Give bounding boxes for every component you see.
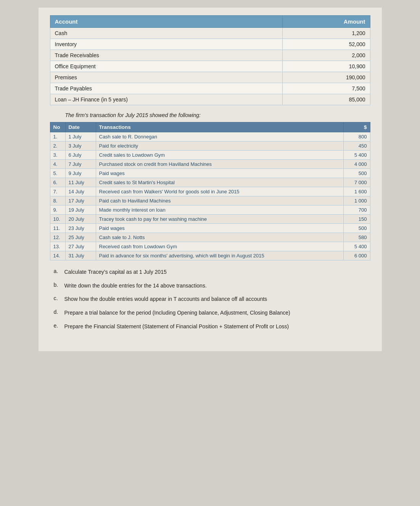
transaction-cell: Paid wages (96, 169, 343, 178)
no-cell: 2. (50, 141, 65, 151)
date-cell: 3 July (65, 141, 96, 151)
no-cell: 12. (50, 233, 65, 242)
no-cell: 14. (50, 251, 65, 260)
no-header: No (50, 122, 65, 132)
date-cell: 14 July (65, 187, 96, 196)
intro-text: The firm’s transaction for July 2015 sho… (65, 112, 359, 118)
transaction-cell: Paid wages (96, 224, 343, 233)
table-row: Inventory 52,000 (50, 39, 370, 50)
account-header: Account (50, 16, 282, 28)
no-cell: 8. (50, 196, 65, 206)
amount-header-trans: $ (343, 122, 370, 132)
transaction-cell: Paid cash to Havilland Machines (96, 196, 343, 206)
transactions-header: Transactions (96, 122, 343, 132)
question-label: e. (54, 323, 61, 329)
amount-cell: 190,000 (282, 72, 370, 83)
transaction-cell: Cash sale to J. Notts (96, 233, 343, 242)
no-cell: 3. (50, 151, 65, 160)
questions-section: a. Calculate Tracey’s capital as at 1 Ju… (50, 268, 370, 331)
date-cell: 17 July (65, 196, 96, 206)
date-cell: 23 July (65, 224, 96, 233)
no-cell: 5. (50, 169, 65, 178)
date-cell: 11 July (65, 178, 96, 187)
amount-cell: 500 (343, 224, 370, 233)
question-text: Prepare a trial balance for the period (… (64, 309, 290, 317)
table-row: 2. 3 July Paid for electricity 450 (50, 141, 370, 151)
transaction-cell: Purchased stock on credit from Havilland… (96, 160, 343, 169)
transaction-cell: Paid for electricity (96, 141, 343, 151)
no-cell: 4. (50, 160, 65, 169)
question-item: e. Prepare the Financial Statement (Stat… (54, 323, 370, 331)
table-row: 8. 17 July Paid cash to Havilland Machin… (50, 196, 370, 206)
no-cell: 9. (50, 206, 65, 215)
question-item: b. Write down the double entries for the… (54, 282, 370, 290)
account-cell: Trade Payables (50, 83, 282, 94)
question-label: d. (54, 309, 61, 315)
date-cell: 27 July (65, 242, 96, 251)
amount-cell: 1,200 (282, 28, 370, 39)
question-text: Calculate Tracey’s capital as at 1 July … (64, 268, 167, 276)
date-cell: 25 July (65, 233, 96, 242)
question-label: b. (54, 282, 61, 288)
amount-cell: 450 (343, 141, 370, 151)
table-row: 11. 23 July Paid wages 500 (50, 224, 370, 233)
question-label: c. (54, 295, 61, 301)
amount-cell: 7,500 (282, 83, 370, 94)
amount-cell: 700 (343, 206, 370, 215)
amount-cell: 5 400 (343, 242, 370, 251)
amount-cell: 1 600 (343, 187, 370, 196)
transaction-cell: Received cash from Walkers' World for go… (96, 187, 343, 196)
transaction-cell: Paid in advance for six months' advertis… (96, 251, 343, 260)
table-row: Office Equipment 10,900 (50, 61, 370, 72)
question-text: Prepare the Financial Statement (Stateme… (64, 323, 289, 331)
amount-cell: 6 000 (343, 251, 370, 260)
table-row: 7. 14 July Received cash from Walkers' W… (50, 187, 370, 196)
table-row: 4. 7 July Purchased stock on credit from… (50, 160, 370, 169)
question-label: a. (54, 268, 61, 274)
amount-cell: 7 000 (343, 178, 370, 187)
table-row: 3. 6 July Credit sales to Lowdown Gym 5 … (50, 151, 370, 160)
question-text: Write down the double entries for the 14… (64, 282, 207, 290)
table-row: Trade Receivables 2,000 (50, 50, 370, 61)
account-cell: Cash (50, 28, 282, 39)
date-cell: 6 July (65, 151, 96, 160)
no-cell: 11. (50, 224, 65, 233)
date-cell: 19 July (65, 206, 96, 215)
account-cell: Premises (50, 72, 282, 83)
amount-cell: 4 000 (343, 160, 370, 169)
table-row: 5. 9 July Paid wages 500 (50, 169, 370, 178)
date-header: Date (65, 122, 96, 132)
date-cell: 7 July (65, 160, 96, 169)
no-cell: 1. (50, 132, 65, 141)
amount-cell: 52,000 (282, 39, 370, 50)
amount-cell: 10,900 (282, 61, 370, 72)
account-cell: Inventory (50, 39, 282, 50)
question-item: a. Calculate Tracey’s capital as at 1 Ju… (54, 268, 370, 276)
no-cell: 10. (50, 215, 65, 224)
amount-header: Amount (282, 16, 370, 28)
question-item: d. Prepare a trial balance for the perio… (54, 309, 370, 317)
no-cell: 6. (50, 178, 65, 187)
no-cell: 7. (50, 187, 65, 196)
question-item: c. Show how the double entries would app… (54, 295, 370, 304)
date-cell: 9 July (65, 169, 96, 178)
transaction-cell: Received cash from Lowdown Gym (96, 242, 343, 251)
account-cell: Office Equipment (50, 61, 282, 72)
transaction-cell: Made monthly interest on loan (96, 206, 343, 215)
table-row: 9. 19 July Made monthly interest on loan… (50, 206, 370, 215)
table-row: 6. 11 July Credit sales to St Martin's H… (50, 178, 370, 187)
transaction-cell: Credit sales to St Martin's Hospital (96, 178, 343, 187)
amount-cell: 150 (343, 215, 370, 224)
date-cell: 20 July (65, 215, 96, 224)
transactions-table: No Date Transactions $ 1. 1 July Cash sa… (50, 122, 370, 260)
table-row: Loan – JH Finance (in 5 years) 85,000 (50, 94, 370, 105)
table-row: 13. 27 July Received cash from Lowdown G… (50, 242, 370, 251)
table-row: Cash 1,200 (50, 28, 370, 39)
date-cell: 1 July (65, 132, 96, 141)
no-cell: 13. (50, 242, 65, 251)
amount-cell: 800 (343, 132, 370, 141)
transaction-cell: Credit sales to Lowdown Gym (96, 151, 343, 160)
amount-cell: 580 (343, 233, 370, 242)
table-row: 10. 20 July Tracey took cash to pay for … (50, 215, 370, 224)
table-row: 14. 31 July Paid in advance for six mont… (50, 251, 370, 260)
